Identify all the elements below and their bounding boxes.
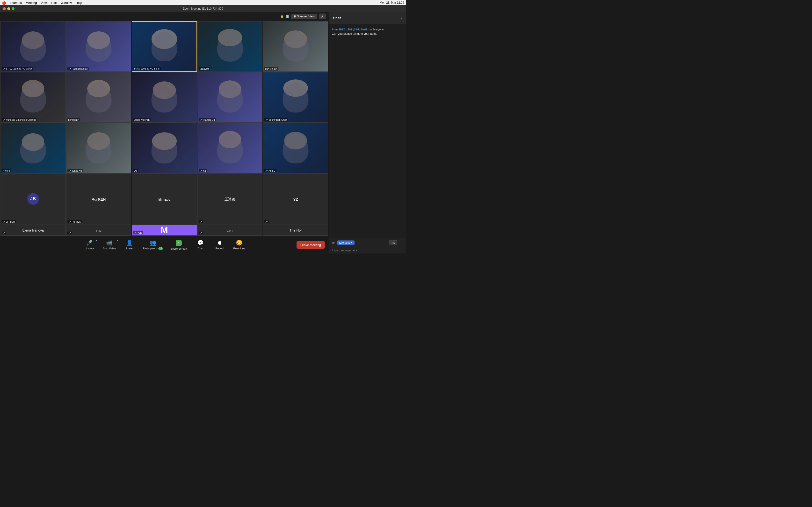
- menu-view[interactable]: View: [41, 1, 47, 5]
- record-button[interactable]: ⏺ Record: [210, 238, 230, 252]
- mute-icon: 🎤: [265, 170, 268, 172]
- participant-name-minbin: Min-Bin Lin: [264, 67, 278, 70]
- leave-meeting-button[interactable]: Leave Meeting: [297, 241, 325, 249]
- menubar: 🍎 zoom.us Meeting View Edit Window Help …: [0, 0, 406, 5]
- mic-icon: 🎤: [86, 240, 93, 246]
- menu-help[interactable]: Help: [75, 1, 82, 5]
- video-topbar: 🔒 ℹ️ ⊞ Speaker View ⤢: [0, 12, 329, 21]
- video-cell-angli: 🎤 Ang Li: [263, 123, 328, 174]
- main-content: 🔒 ℹ️ ⊞ Speaker View ⤢ 🎤 IRTG 1792 @ HU B…: [0, 12, 406, 253]
- maximize-button[interactable]: [12, 7, 14, 10]
- info-icon: ℹ️: [286, 15, 289, 18]
- video-cell-konstantin: konstantin: [66, 72, 132, 123]
- chat-file-button[interactable]: File: [389, 240, 397, 245]
- video-cell-lilimatic: lilimatic: [132, 174, 197, 225]
- avatar-jinbian: JB: [27, 193, 39, 205]
- stop-video-label: Stop Video: [103, 247, 116, 250]
- participant-name-souhir: 🎤 Souhir Ben Amor: [264, 118, 288, 121]
- mute-icon: 🎤: [200, 221, 202, 223]
- participant-name-yuki: 🎤 Yuki: [133, 231, 143, 234]
- chat-more-button[interactable]: ⋯: [399, 240, 403, 245]
- reactions-icon: 😀: [236, 240, 242, 246]
- menu-zoomus[interactable]: zoom.us: [10, 1, 22, 5]
- unmute-button[interactable]: 🎤 Unmute ▲: [80, 238, 99, 252]
- video-cell-k2: 🎤 K2: [197, 123, 263, 174]
- video-icon: 📹: [106, 240, 113, 246]
- participant-name-angli: 🎤 Ang Li: [264, 169, 276, 172]
- participant-name-irtg1: 🎤 IRTG 1792 @ HU Berlin: [2, 67, 33, 70]
- participant-name-konstantin: konstantin: [67, 118, 81, 121]
- participant-name-ms: 🎤: [67, 231, 72, 234]
- speaker-view-button[interactable]: ⊞ Speaker View: [291, 14, 317, 19]
- mute-icon: 🎤: [68, 68, 71, 70]
- mute-icon: 🎤: [134, 232, 137, 234]
- mute-icon: 🎤: [3, 68, 5, 70]
- unmute-label: Unmute: [85, 247, 94, 250]
- chat-header: Chat ‹: [329, 12, 406, 24]
- mute-icon: 🎤: [3, 232, 5, 234]
- chat-text: Can you please all mute your audio: [332, 32, 403, 36]
- video-grid: 🎤 IRTG 1792 @ HU Berlin 🎤 Raphael Reule …: [0, 21, 329, 236]
- chevron-icon: ▲: [96, 239, 98, 241]
- invite-icon: 👤: [126, 240, 133, 246]
- invite-button[interactable]: 👤 Invite: [120, 238, 139, 252]
- participant-name-wangbingling: 🎤: [199, 220, 203, 223]
- minimize-button[interactable]: [7, 7, 10, 10]
- video-cell-jinbian: JB 🎤 Jin Bian: [0, 174, 66, 225]
- share-screen-label: Share Screen: [170, 247, 187, 250]
- video-cell-irtg1: 🎤 IRTG 1792 @ HU Berlin: [0, 21, 66, 72]
- participant-name-k2: 🎤 K2: [199, 169, 207, 172]
- stop-video-button[interactable]: 📹 Stop Video ▲: [99, 238, 120, 252]
- participant-name-elizaveta: Elizaveta: [199, 67, 210, 70]
- participant-name-elena: 🎤: [2, 231, 6, 234]
- chat-to-everyone-button[interactable]: Everyone ▾: [337, 240, 355, 245]
- participant-name-lucas: Lucas Valentin: [133, 118, 151, 121]
- video-cell-irtg2-active: IRTG 1792 @ HU Berlin: [132, 21, 197, 72]
- chat-message-input[interactable]: [332, 249, 403, 252]
- video-cell-francis: 🎤 Francis Liu: [197, 72, 263, 123]
- grid-icon: ⊞: [293, 15, 296, 18]
- titlebar: Zoom Meeting ID: 110-734-879: [0, 5, 406, 12]
- share-screen-icon: ↑: [176, 240, 182, 246]
- mute-icon: 🎤: [265, 221, 268, 223]
- video-cell-yuki: M 🎤 Yuki: [132, 225, 197, 236]
- participant-name-dj: DJ: [133, 169, 138, 172]
- video-cell-lucas: Lucas Valentin: [132, 72, 197, 123]
- toolbar: 🎤 Unmute ▲ 📹 Stop Video ▲ 👤 Invite 👥 Par…: [0, 236, 329, 253]
- menu-meeting[interactable]: Meeting: [26, 1, 37, 5]
- record-icon: ⏺: [217, 240, 222, 246]
- record-label: Record: [215, 247, 224, 250]
- mute-icon: 🎤: [265, 119, 268, 121]
- video-area: 🔒 ℹ️ ⊞ Speaker View ⤢ 🎤 IRTG 1792 @ HU B…: [0, 12, 329, 253]
- participant-name-ruiren: 🎤 Rui REN: [67, 220, 82, 223]
- reactions-button[interactable]: 😀 Reactions: [230, 238, 249, 252]
- mute-icon: 🎤: [68, 232, 71, 234]
- participant-name-leni: 🎤: [199, 231, 203, 234]
- participant-name-vanessa: 🎤 Vanessa Emanuela Guarino: [2, 118, 37, 121]
- meeting-title: Zoom Meeting ID: 110-734-879: [183, 7, 223, 10]
- participants-button[interactable]: 👥 Participants 25: [139, 238, 167, 252]
- traffic-lights[interactable]: [3, 7, 14, 10]
- video-cell-ruiren: Rui REN 🎤 Rui REN: [66, 174, 132, 225]
- chat-messages: From IRTG 1792 @ HU Berlin to Everyone: …: [329, 24, 406, 238]
- close-button[interactable]: [3, 7, 6, 10]
- menu-window[interactable]: Window: [61, 1, 72, 5]
- video-cell-raphael: 🎤 Raphael Reule: [66, 21, 132, 72]
- mute-icon: 🎤: [68, 170, 71, 172]
- chat-collapse-button[interactable]: ‹: [401, 16, 402, 20]
- mute-icon: 🎤: [200, 170, 202, 172]
- share-screen-button[interactable]: ↑ Share Screen: [167, 238, 191, 252]
- participants-icon: 👥: [150, 240, 156, 246]
- video-cell-junjie: 🎤 Junjie Hu: [66, 123, 132, 174]
- menu-edit[interactable]: Edit: [51, 1, 57, 5]
- fullscreen-button[interactable]: ⤢: [319, 13, 326, 19]
- chat-label: Chat: [198, 247, 203, 250]
- chevron-icon: ▲: [116, 239, 118, 241]
- chat-message: From IRTG 1792 @ HU Berlin to Everyone: …: [332, 27, 403, 36]
- mute-icon: 🎤: [68, 221, 71, 223]
- chat-button[interactable]: 💬 Chat: [191, 238, 210, 252]
- video-cell-leni: Leni 🎤: [197, 225, 263, 236]
- video-cell-ms: ms 🎤: [66, 225, 132, 236]
- menubar-right: Mon 23. Mar 12:09: [379, 1, 404, 4]
- participants-label: Participants 25: [143, 247, 163, 250]
